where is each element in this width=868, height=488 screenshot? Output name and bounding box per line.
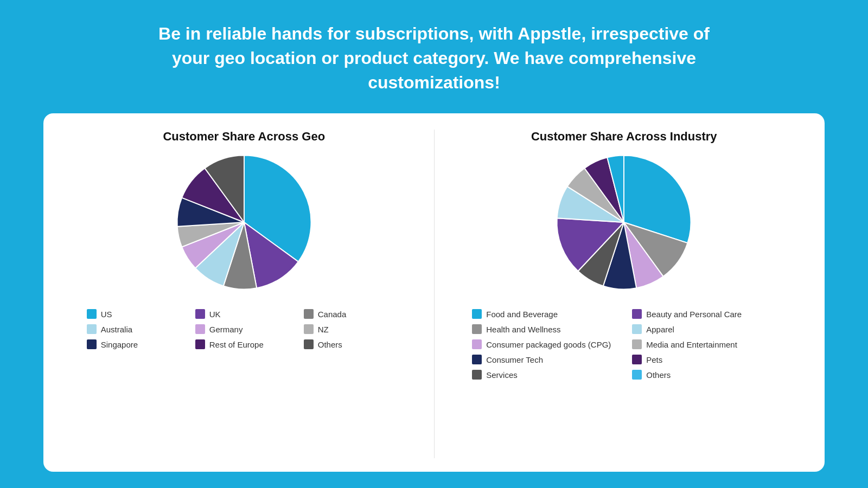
- legend-item: US: [87, 309, 184, 319]
- geo-pie-chart: [174, 152, 315, 293]
- legend-item: Singapore: [87, 339, 184, 349]
- legend-label: Media and Entertainment: [646, 340, 737, 349]
- legend-item: NZ: [304, 324, 401, 334]
- headline: Be in reliable hands for subscriptions, …: [158, 22, 710, 94]
- legend-item: Consumer Tech: [472, 355, 616, 364]
- industry-legend: Food and Beverage Beauty and Personal Ca…: [472, 309, 776, 380]
- legend-item: Services: [472, 370, 616, 380]
- industry-pie-svg: [553, 152, 694, 293]
- legend-item: Rest of Europe: [195, 339, 293, 349]
- legend-item: Canada: [304, 309, 401, 319]
- legend-color-box: [87, 339, 97, 349]
- legend-color-box: [632, 370, 642, 380]
- legend-label: Consumer packaged goods (CPG): [486, 340, 611, 349]
- legend-color-box: [87, 309, 97, 319]
- legend-label: Food and Beverage: [486, 310, 558, 319]
- main-card: Customer Share Across Geo US UK Canada A…: [43, 113, 825, 472]
- legend-item: UK: [195, 309, 293, 319]
- legend-color-box: [632, 355, 642, 364]
- legend-color-box: [87, 324, 97, 334]
- legend-color-box: [632, 339, 642, 349]
- industry-pie-chart: [553, 152, 694, 293]
- legend-label: Pets: [646, 355, 662, 364]
- legend-label: Others: [318, 340, 342, 349]
- legend-color-box: [632, 309, 642, 319]
- legend-label: Australia: [101, 325, 132, 334]
- legend-color-box: [472, 370, 482, 380]
- legend-item: Others: [304, 339, 401, 349]
- legend-color-box: [632, 324, 642, 334]
- legend-label: Others: [646, 370, 671, 380]
- legend-item: Health and Wellness: [472, 324, 616, 334]
- legend-label: Germany: [209, 325, 243, 334]
- legend-item: Australia: [87, 324, 184, 334]
- legend-label: Singapore: [101, 340, 138, 349]
- legend-item: Apparel: [632, 324, 776, 334]
- legend-item: Media and Entertainment: [632, 339, 776, 349]
- geo-legend: US UK Canada Australia Germany NZ Singap…: [87, 309, 401, 349]
- legend-color-box: [195, 309, 205, 319]
- legend-item: Germany: [195, 324, 293, 334]
- legend-item: Others: [632, 370, 776, 380]
- legend-label: Apparel: [646, 325, 674, 334]
- geo-chart-title: Customer Share Across Geo: [163, 130, 325, 144]
- legend-label: Health and Wellness: [486, 325, 560, 334]
- legend-color-box: [304, 339, 314, 349]
- legend-label: Rest of Europe: [209, 340, 264, 349]
- geo-chart-section: Customer Share Across Geo US UK Canada A…: [71, 130, 418, 458]
- legend-color-box: [472, 339, 482, 349]
- legend-color-box: [472, 309, 482, 319]
- legend-color-box: [472, 324, 482, 334]
- legend-item: Food and Beverage: [472, 309, 616, 319]
- legend-color-box: [472, 355, 482, 364]
- industry-chart-section: Customer Share Across Industry Food and …: [451, 130, 798, 458]
- geo-pie-svg: [174, 152, 315, 293]
- legend-item: Beauty and Personal Care: [632, 309, 776, 319]
- legend-label: UK: [209, 310, 221, 319]
- legend-label: Consumer Tech: [486, 355, 543, 364]
- industry-chart-title: Customer Share Across Industry: [531, 130, 717, 144]
- legend-label: Canada: [318, 310, 347, 319]
- legend-color-box: [195, 324, 205, 334]
- section-divider: [434, 130, 435, 458]
- legend-label: Beauty and Personal Care: [646, 310, 742, 319]
- legend-label: NZ: [318, 325, 329, 334]
- legend-label: Services: [486, 370, 518, 380]
- legend-item: Pets: [632, 355, 776, 364]
- legend-item: Consumer packaged goods (CPG): [472, 339, 616, 349]
- legend-color-box: [304, 309, 314, 319]
- legend-color-box: [195, 339, 205, 349]
- legend-label: US: [101, 310, 112, 319]
- legend-color-box: [304, 324, 314, 334]
